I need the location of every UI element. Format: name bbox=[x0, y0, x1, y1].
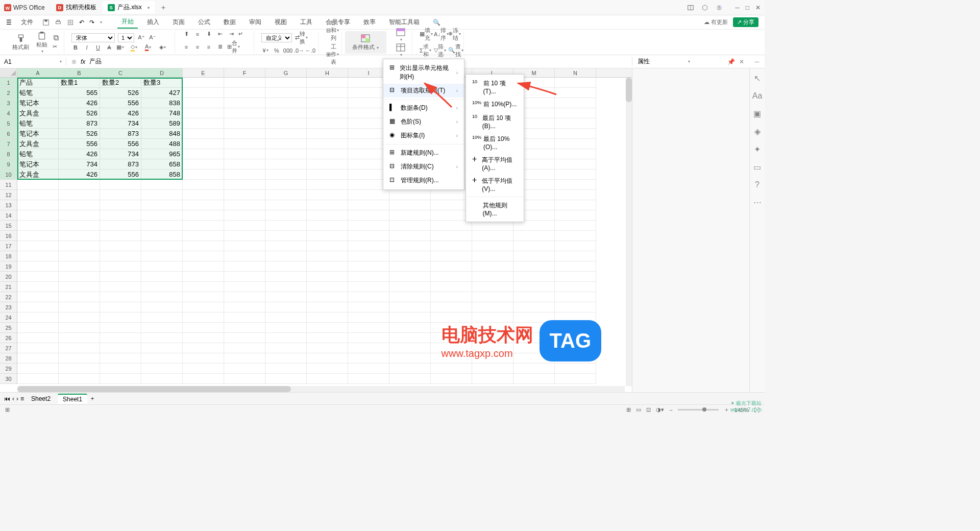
row-header[interactable]: 13 bbox=[0, 200, 17, 210]
decrease-decimal-icon[interactable]: ←.0 bbox=[306, 46, 314, 55]
view-page-icon[interactable]: ▭ bbox=[636, 406, 641, 413]
qat-more-icon[interactable]: ▾ bbox=[100, 20, 102, 25]
cell[interactable] bbox=[389, 333, 431, 343]
cell[interactable] bbox=[265, 231, 307, 241]
reading-mode-icon[interactable]: ◑▾ bbox=[656, 406, 664, 413]
collapse-panel-icon[interactable]: ─ bbox=[755, 58, 760, 65]
print-preview-icon[interactable] bbox=[67, 19, 74, 26]
row-header[interactable]: 5 bbox=[0, 118, 17, 129]
cell[interactable] bbox=[513, 292, 555, 302]
cell[interactable] bbox=[431, 302, 472, 312]
cell[interactable] bbox=[224, 364, 265, 374]
cell[interactable] bbox=[59, 282, 100, 292]
cell[interactable] bbox=[389, 353, 431, 364]
align-top-icon[interactable]: ⬆ bbox=[182, 30, 190, 38]
cell[interactable] bbox=[472, 292, 513, 302]
cell[interactable] bbox=[224, 302, 265, 312]
cell[interactable] bbox=[224, 180, 265, 190]
share-button[interactable]: ↗ 分享 bbox=[733, 17, 758, 27]
cell[interactable] bbox=[265, 272, 307, 282]
row-header[interactable]: 22 bbox=[0, 292, 17, 302]
cell[interactable] bbox=[431, 292, 472, 302]
align-bottom-icon[interactable]: ⬇ bbox=[205, 30, 213, 38]
clear-format-button[interactable]: ◈▾ bbox=[159, 44, 170, 51]
cell[interactable] bbox=[100, 190, 141, 200]
cell[interactable] bbox=[555, 78, 596, 88]
cell[interactable] bbox=[17, 241, 59, 251]
cell[interactable] bbox=[307, 108, 348, 118]
hamburger-icon[interactable]: ☰ bbox=[6, 19, 12, 26]
cell[interactable]: 笔记本 bbox=[17, 129, 59, 139]
cell[interactable]: 笔记本 bbox=[17, 159, 59, 170]
border-button[interactable]: ▦▾ bbox=[116, 44, 128, 51]
cell[interactable] bbox=[389, 251, 431, 261]
cell[interactable] bbox=[141, 221, 183, 231]
cell[interactable] bbox=[183, 302, 224, 312]
row-header[interactable]: 11 bbox=[0, 180, 17, 190]
cell[interactable] bbox=[513, 251, 555, 261]
cell[interactable] bbox=[265, 333, 307, 343]
cell[interactable] bbox=[224, 139, 265, 149]
cell[interactable] bbox=[59, 353, 100, 364]
cell[interactable] bbox=[348, 221, 389, 231]
cell[interactable] bbox=[141, 272, 183, 282]
formula-content[interactable]: 产品 bbox=[89, 57, 627, 66]
cube-icon[interactable] bbox=[701, 4, 708, 11]
cell[interactable]: 748 bbox=[141, 108, 183, 118]
cell[interactable] bbox=[389, 231, 431, 241]
cell[interactable] bbox=[141, 292, 183, 302]
cell[interactable] bbox=[307, 190, 348, 200]
cell[interactable] bbox=[555, 118, 596, 129]
cell[interactable] bbox=[183, 159, 224, 170]
cell[interactable] bbox=[17, 251, 59, 261]
cell[interactable] bbox=[224, 159, 265, 170]
redo-icon[interactable]: ↷ bbox=[89, 19, 94, 26]
cell[interactable] bbox=[59, 241, 100, 251]
increase-decimal-icon[interactable]: .0→ bbox=[295, 46, 303, 55]
cell[interactable] bbox=[307, 139, 348, 149]
cell[interactable] bbox=[513, 302, 555, 312]
cell[interactable] bbox=[555, 251, 596, 261]
cell[interactable] bbox=[431, 241, 472, 251]
cell[interactable]: 556 bbox=[59, 139, 100, 149]
cell[interactable] bbox=[265, 302, 307, 312]
cell[interactable] bbox=[183, 312, 224, 323]
row-header[interactable]: 1 bbox=[0, 78, 17, 88]
cell[interactable] bbox=[183, 200, 224, 210]
cell[interactable]: 873 bbox=[100, 159, 141, 170]
cell[interactable] bbox=[348, 364, 389, 374]
ribbon-tab-tools[interactable]: 工具 bbox=[296, 16, 316, 28]
cell[interactable] bbox=[224, 210, 265, 221]
file-menu[interactable]: 文件 bbox=[17, 16, 37, 28]
cell[interactable] bbox=[389, 200, 431, 210]
cell[interactable]: 488 bbox=[141, 139, 183, 149]
cell[interactable] bbox=[472, 261, 513, 272]
cell[interactable] bbox=[348, 190, 389, 200]
cell[interactable] bbox=[17, 221, 59, 231]
increase-indent-icon[interactable]: ⇥ bbox=[227, 30, 235, 38]
row-header[interactable]: 9 bbox=[0, 159, 17, 170]
cell[interactable] bbox=[555, 180, 596, 190]
cell[interactable]: 数量3 bbox=[141, 78, 183, 88]
cell[interactable] bbox=[100, 312, 141, 323]
column-header[interactable]: H bbox=[307, 68, 348, 77]
cell[interactable]: 数量1 bbox=[59, 78, 100, 88]
cell[interactable] bbox=[348, 210, 389, 221]
cell[interactable] bbox=[100, 364, 141, 374]
cell[interactable] bbox=[100, 343, 141, 353]
cell[interactable] bbox=[348, 323, 389, 333]
cell[interactable] bbox=[265, 180, 307, 190]
cell[interactable] bbox=[17, 200, 59, 210]
currency-icon[interactable]: ¥▾ bbox=[261, 46, 270, 55]
cell[interactable] bbox=[472, 364, 513, 374]
cell[interactable] bbox=[265, 353, 307, 364]
cell[interactable] bbox=[59, 323, 100, 333]
cell[interactable] bbox=[183, 231, 224, 241]
cell[interactable] bbox=[17, 231, 59, 241]
cell[interactable] bbox=[17, 374, 59, 384]
cell[interactable] bbox=[17, 364, 59, 374]
cell[interactable] bbox=[472, 272, 513, 282]
cell[interactable] bbox=[17, 302, 59, 312]
cell[interactable] bbox=[59, 251, 100, 261]
cell[interactable] bbox=[348, 302, 389, 312]
